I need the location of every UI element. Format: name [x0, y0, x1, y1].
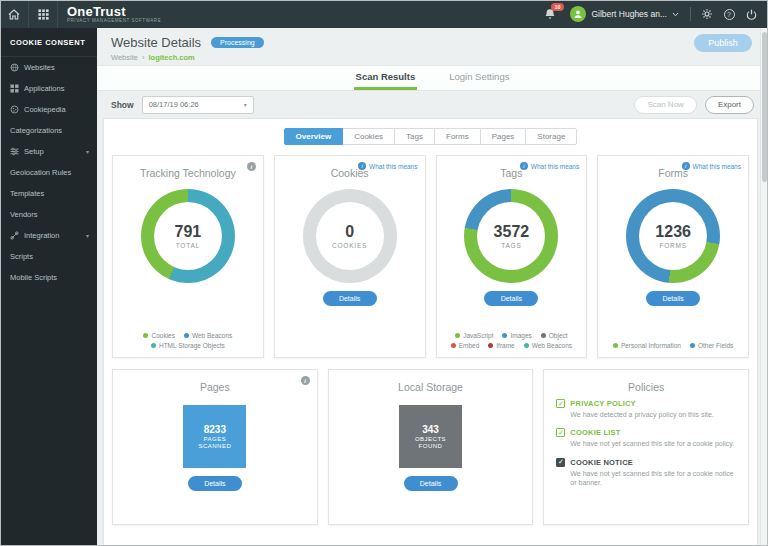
chevron-down-icon: ▾ [86, 232, 89, 239]
sidebar-item-geolocation-rules[interactable]: Geolocation Rules [0, 162, 97, 183]
tags-total-value: 3572 [494, 223, 530, 241]
tags-legend: JavaScript Images Object Embed Iframe We… [443, 332, 581, 349]
subtab-storage[interactable]: Storage [525, 128, 577, 145]
detail-cards-row: i Pages 8233 PAGES SCANNED Details Local… [112, 369, 749, 525]
sidebar-item-label: Integration [24, 231, 81, 240]
sidebar-item-vendors[interactable]: Vendors [0, 204, 97, 225]
scrollbar-thumb[interactable] [762, 32, 767, 182]
legend-item: Web Beacons [524, 342, 572, 349]
sidebar-item-categorizations[interactable]: Categorizations [0, 120, 97, 141]
card-title: Pages [113, 381, 317, 393]
sidebar-item-websites[interactable]: Websites [0, 57, 97, 78]
forms-donut-chart: 1236 FORMS [626, 189, 720, 283]
policy-item-cookie-list: ✓ COOKIE LIST We have not yet scanned th… [556, 428, 736, 448]
pages-details-button[interactable]: Details [188, 476, 242, 491]
policy-item-cookie-notice: ✓ COOKIE NOTICE We have not yet scanned … [556, 458, 736, 488]
sidebar-item-label: Scripts [10, 252, 89, 261]
policy-item-privacy-policy: ✓ PRIVACY POLICY We have detected a priv… [556, 399, 736, 419]
sidebar-item-integration[interactable]: Integration ▾ [0, 225, 97, 246]
policy-label: COOKIE LIST [570, 428, 620, 437]
subtab-forms[interactable]: Forms [434, 128, 481, 145]
info-icon: i [520, 162, 528, 170]
tab-login-settings[interactable]: Login Settings [447, 66, 511, 90]
brand-tagline: Privacy Management Software [67, 19, 161, 24]
tracking-legend: Cookies Web Beacons HTML Storage Objects [119, 332, 257, 349]
card-title: Local Storage [329, 381, 533, 393]
legend-item: Personal Information [613, 342, 681, 349]
legend-dot [613, 343, 618, 348]
subtab-overview[interactable]: Overview [284, 128, 344, 145]
sidebar: COOKIE CONSENT Websites Applications Coo… [0, 28, 97, 546]
what-this-means-link[interactable]: iWhat this means [682, 162, 741, 170]
scan-date-value: 08/17/19 06:26 [149, 100, 199, 109]
top-bar: OneTrust Privacy Management Software 10 … [0, 0, 768, 28]
subtab-tags[interactable]: Tags [394, 128, 435, 145]
sidebar-item-label: Websites [24, 63, 89, 72]
export-button[interactable]: Export [705, 96, 754, 114]
policy-label: COOKIE NOTICE [570, 458, 633, 467]
vertical-scrollbar[interactable] [760, 28, 768, 546]
brand-logo: OneTrust Privacy Management Software [67, 5, 161, 24]
logout-button[interactable] [740, 0, 762, 28]
notifications-button[interactable]: 10 [544, 8, 556, 21]
policy-text: We have not yet scanned this site for a … [570, 469, 736, 488]
info-icon: i [358, 162, 366, 170]
policy-text: We have detected a privacy policy on thi… [570, 410, 736, 419]
forms-total-value: 1236 [655, 223, 691, 241]
publish-button[interactable]: Publish [694, 34, 752, 52]
scan-date-select[interactable]: 08/17/19 06:26 ▾ [142, 96, 254, 114]
breadcrumb-current: logitech.com [148, 53, 194, 62]
settings-button[interactable] [696, 0, 718, 28]
tracking-total-value: 791 [175, 223, 202, 241]
legend-item: Object [541, 332, 568, 339]
avatar [570, 6, 586, 22]
policy-text: We have not yet scanned this site for a … [570, 439, 736, 448]
chevron-down-icon [672, 12, 679, 17]
sidebar-item-label: Applications [24, 84, 89, 93]
sidebar-item-mobile-scripts[interactable]: Mobile Scripts [0, 267, 97, 288]
cookies-details-button[interactable]: Details [323, 291, 377, 306]
card-title: Policies [544, 381, 748, 393]
what-this-means-link[interactable]: iWhat this means [520, 162, 579, 170]
sidebar-item-setup[interactable]: Setup ▾ [0, 141, 97, 162]
sidebar-item-applications[interactable]: Applications [0, 78, 97, 99]
chevron-down-icon: ▾ [244, 101, 247, 108]
info-icon[interactable]: i [247, 162, 256, 171]
cookies-donut-chart: 0 COOKIES [303, 189, 397, 283]
legend-dot [451, 343, 456, 348]
user-menu[interactable]: Gilbert Hughes an... [570, 6, 679, 22]
sidebar-item-scripts[interactable]: Scripts [0, 246, 97, 267]
local-storage-details-button[interactable]: Details [404, 476, 458, 491]
policies-card: Policies ✓ PRIVACY POLICY We have detect… [543, 369, 749, 525]
page-title: Website Details [111, 35, 201, 50]
sidebar-item-templates[interactable]: Templates [0, 183, 97, 204]
power-icon [746, 9, 757, 20]
apps-grid-button[interactable] [29, 0, 58, 28]
donut-center: 0 COOKIES [303, 189, 397, 283]
card-title: Tracking Technology [113, 167, 263, 179]
brand-name: OneTrust [67, 5, 161, 18]
forms-details-button[interactable]: Details [646, 291, 700, 306]
user-icon [573, 9, 583, 19]
what-this-means-link[interactable]: iWhat this means [358, 162, 417, 170]
legend-item: HTML Storage Objects [151, 342, 225, 349]
tags-donut-chart: 3572 TAGS [464, 189, 558, 283]
breadcrumb-root[interactable]: Website [111, 53, 138, 62]
sidebar-item-label: Cookiepedia [24, 105, 89, 114]
info-icon[interactable]: i [301, 376, 310, 385]
sidebar-item-cookiepedia[interactable]: Cookiepedia [0, 99, 97, 120]
legend-item: Web Beacons [184, 332, 232, 339]
forms-legend: Personal Information Other Fields [604, 342, 742, 349]
subtab-pages[interactable]: Pages [480, 128, 527, 145]
tags-details-button[interactable]: Details [484, 291, 538, 306]
subtab-cookies[interactable]: Cookies [342, 128, 395, 145]
sidebar-item-label: Categorizations [10, 126, 89, 135]
help-button[interactable]: ? [718, 0, 740, 28]
scan-now-button[interactable]: Scan Now [634, 96, 696, 114]
apps-grid-icon [38, 9, 49, 20]
home-button[interactable] [0, 0, 29, 28]
tab-scan-results[interactable]: Scan Results [354, 66, 418, 90]
legend-dot [143, 333, 148, 338]
pages-label-2: SCANNED [198, 443, 231, 449]
sliders-icon [10, 147, 19, 156]
